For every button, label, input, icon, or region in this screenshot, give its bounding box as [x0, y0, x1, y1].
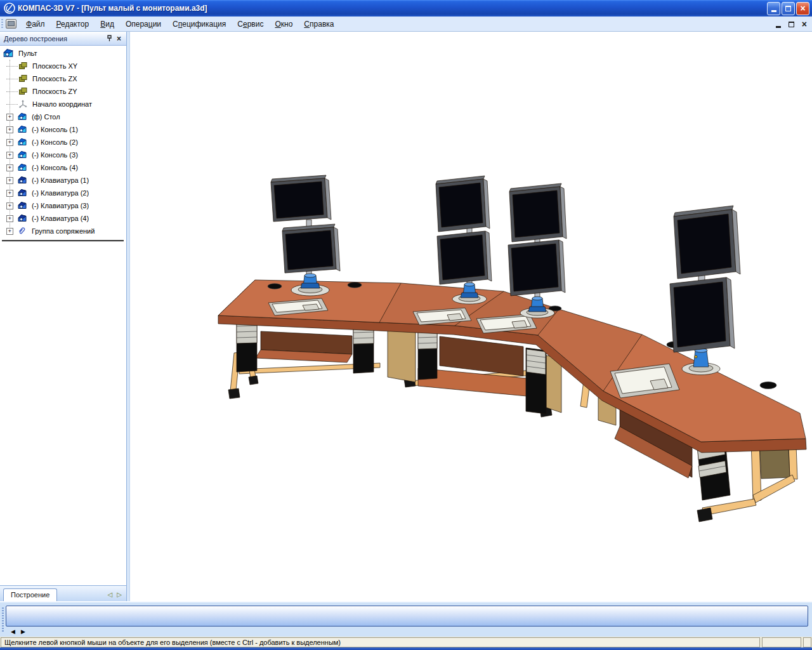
- mdi-minimize-icon[interactable]: [776, 26, 781, 28]
- title-bar: КОМПАС-3D V7 - [Пульт малый с мониторами…: [0, 0, 812, 17]
- 3d-viewport[interactable]: [130, 32, 808, 601]
- panel-tab-bar: Построение ◁ ▷: [0, 585, 126, 601]
- kompas-logo-icon: [4, 3, 15, 14]
- part-icon: [17, 188, 27, 198]
- status-field-3: [803, 637, 811, 647]
- menu-bar: Файл Редактор Вид Операции Спецификация …: [0, 17, 812, 32]
- propbar-next-icon[interactable]: ▶: [21, 628, 25, 635]
- part-icon: [3, 48, 14, 59]
- part-icon: [17, 137, 27, 147]
- status-bar: Щелкните левой кнопкой мыши на объекте д…: [0, 637, 812, 650]
- close-button[interactable]: ×: [796, 2, 809, 15]
- menu-edit[interactable]: Редактор: [51, 18, 95, 30]
- build-tree: Пульт Плоскость XY Плоскость ZX Плоскост…: [0, 46, 126, 585]
- window-title: КОМПАС-3D V7 - [Пульт малый с мониторами…: [18, 4, 766, 13]
- tree-item-label: (-) Консоль (3): [30, 151, 79, 159]
- pin-icon[interactable]: [105, 34, 114, 43]
- tree-item-klaviatura-3[interactable]: + (-) Клавиатура (3): [0, 199, 126, 212]
- paperclip-icon: [17, 226, 27, 236]
- mdi-window-controls: ×: [776, 17, 807, 32]
- tree-item-konsol-2[interactable]: + (-) Консоль (2): [0, 136, 126, 149]
- tree-item-label: Плоскость ZY: [31, 88, 79, 95]
- tree-item-plane-xy[interactable]: Плоскость XY: [0, 60, 126, 72]
- tree-item-label: (-) Клавиатура (1): [30, 176, 90, 184]
- part-icon: [17, 213, 27, 223]
- part-icon: [17, 150, 27, 160]
- expander-icon[interactable]: +: [6, 202, 13, 209]
- tree-item-label: (ф) Стол: [30, 113, 62, 121]
- property-bar-grip[interactable]: [2, 607, 4, 633]
- restore-icon: [785, 6, 791, 11]
- panel-title: Дерево построения: [4, 35, 105, 43]
- plane-icon: [18, 74, 28, 84]
- menu-view[interactable]: Вид: [95, 18, 120, 30]
- tree-item-label: (-) Клавиатура (4): [30, 215, 90, 222]
- document-icon[interactable]: [6, 19, 16, 29]
- expander-icon[interactable]: +: [6, 177, 13, 184]
- tree-item-konsol-1[interactable]: + (-) Консоль (1): [0, 123, 126, 136]
- tree-item-plane-zx[interactable]: Плоскость ZX: [0, 72, 126, 85]
- expander-icon[interactable]: +: [6, 190, 13, 197]
- mdi-restore-icon[interactable]: [789, 22, 794, 27]
- tree-item-label: Плоскость ZX: [31, 75, 79, 83]
- panel-close-icon[interactable]: ×: [114, 34, 124, 43]
- tree-item-label: Начало координат: [31, 100, 93, 108]
- tree-item-label: (-) Клавиатура (3): [30, 202, 90, 209]
- tree-item-klaviatura-1[interactable]: + (-) Клавиатура (1): [0, 174, 126, 187]
- mdi-close-icon[interactable]: ×: [802, 20, 807, 29]
- tree-item-label: (-) Консоль (4): [30, 164, 79, 171]
- menu-specification[interactable]: Спецификация: [167, 18, 232, 30]
- expander-icon[interactable]: +: [6, 114, 13, 121]
- expander-icon[interactable]: +: [6, 152, 13, 159]
- build-tree-panel: Дерево построения × Пульт Плоскость XY П…: [0, 32, 127, 601]
- menu-help[interactable]: Справка: [298, 18, 339, 30]
- property-bar-panel: [6, 606, 808, 627]
- tree-item-label: (-) Консоль (1): [30, 126, 79, 133]
- expander-icon[interactable]: +: [6, 139, 13, 146]
- tree-item-label: (-) Клавиатура (2): [30, 189, 90, 197]
- part-icon: [17, 112, 27, 122]
- tree-item-label: Плоскость XY: [31, 62, 79, 70]
- tree-item-klaviatura-4[interactable]: + (-) Клавиатура (4): [0, 212, 126, 225]
- tab-prev-icon[interactable]: ◁: [108, 592, 113, 598]
- part-icon: [17, 175, 27, 185]
- expander-icon[interactable]: +: [6, 126, 13, 133]
- menu-service[interactable]: Сервис: [232, 18, 269, 30]
- tree-item-label: Группа сопряжений: [30, 227, 96, 235]
- tab-postroenie[interactable]: Построение: [3, 588, 57, 601]
- expander-icon[interactable]: +: [6, 215, 13, 222]
- tree-item-stol[interactable]: + (ф) Стол: [0, 110, 126, 123]
- model-viewport: [130, 32, 812, 601]
- tree-item-plane-zy[interactable]: Плоскость ZY: [0, 85, 126, 98]
- part-icon: [17, 162, 27, 173]
- propbar-prev-icon[interactable]: ◀: [11, 628, 15, 635]
- status-message: Щелкните левой кнопкой мыши на объекте д…: [1, 637, 760, 647]
- tree-end-marker: [2, 240, 124, 242]
- tab-next-icon[interactable]: ▷: [117, 592, 122, 598]
- tree-item-konsol-3[interactable]: + (-) Консоль (3): [0, 149, 126, 161]
- build-tree-header: Дерево построения ×: [0, 32, 126, 46]
- close-icon: ×: [800, 4, 805, 13]
- expander-icon[interactable]: +: [6, 228, 13, 235]
- minimize-icon: [771, 10, 776, 12]
- plane-icon: [18, 61, 28, 71]
- part-icon: [17, 201, 27, 211]
- property-bar: ◀ ▶: [0, 601, 812, 637]
- tree-item-label: Пульт: [17, 50, 39, 57]
- tree-item-pult[interactable]: Пульт: [0, 47, 126, 60]
- tree-item-konsol-4[interactable]: + (-) Консоль (4): [0, 161, 126, 174]
- origin-axes-icon: [18, 99, 28, 109]
- tree-item-klaviatura-2[interactable]: + (-) Клавиатура (2): [0, 187, 126, 199]
- plane-icon: [18, 86, 28, 96]
- menu-window[interactable]: Окно: [269, 18, 298, 30]
- expander-icon[interactable]: +: [6, 164, 13, 171]
- restore-button[interactable]: [782, 2, 795, 15]
- part-icon: [17, 124, 27, 135]
- tree-item-mates-group[interactable]: + Группа сопряжений: [0, 225, 126, 237]
- tree-item-label: (-) Консоль (2): [30, 138, 79, 146]
- toolbar-grip[interactable]: [1, 19, 3, 29]
- menu-file[interactable]: Файл: [20, 18, 51, 30]
- menu-operations[interactable]: Операции: [120, 18, 167, 30]
- tree-item-origin[interactable]: Начало координат: [0, 98, 126, 110]
- minimize-button[interactable]: [767, 2, 780, 15]
